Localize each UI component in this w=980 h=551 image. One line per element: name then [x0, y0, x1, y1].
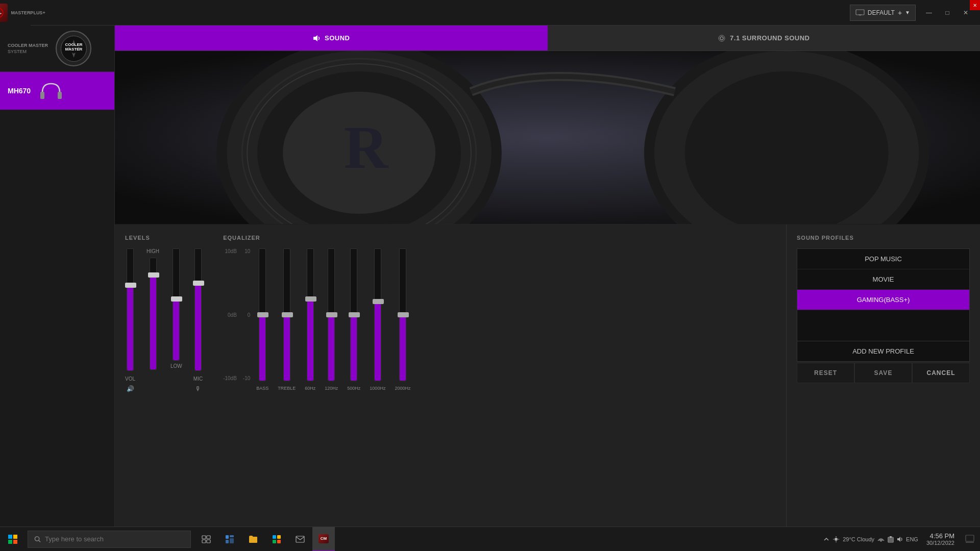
svg-rect-36: [226, 535, 229, 539]
eq-2000hz-fader: 2000Hz: [395, 248, 410, 391]
taskview-icon: [202, 535, 211, 543]
cancel-button[interactable]: CANCEL: [912, 363, 970, 383]
1000hz-track[interactable]: [374, 248, 381, 381]
vol-label: VOL: [125, 376, 135, 382]
svg-rect-33: [207, 536, 210, 539]
treble-track[interactable]: [283, 248, 290, 381]
language-indicator: ENG: [906, 536, 918, 542]
widgets-button[interactable]: [218, 527, 241, 552]
profile-pop-music[interactable]: POP MUSIC: [797, 249, 969, 269]
svg-rect-34: [202, 540, 206, 543]
weather-icon: [832, 536, 840, 543]
search-input[interactable]: [45, 535, 184, 543]
profile-add-icon[interactable]: +: [898, 9, 902, 17]
svg-rect-41: [277, 535, 281, 539]
60hz-track[interactable]: [307, 248, 314, 381]
60hz-label: 60Hz: [305, 386, 315, 391]
svg-rect-40: [273, 535, 276, 539]
weather-temp: 29°C Cloudy: [843, 536, 874, 542]
maximize-button[interactable]: □: [938, 0, 957, 26]
profiles-label: SOUND PROFILES: [797, 235, 970, 241]
eq-bands: BASS TREBLE: [256, 248, 410, 391]
2000hz-track[interactable]: [399, 248, 406, 381]
profile-selector[interactable]: DEFAULT + ▼: [850, 5, 916, 21]
cm-logo-svg: COOLER MASTER: [60, 35, 88, 63]
eq-num-neg10: -10: [243, 375, 250, 381]
taskbar-system-tray: 29°C Cloudy ENG 4:56 PM 30/12/2022: [823, 532, 980, 546]
sound-profiles-section: SOUND PROFILES POP MUSIC MOVIE GAMING(BA…: [786, 224, 980, 551]
levels-panel: LEVELS VOL 🔊 HIGH: [125, 235, 203, 541]
eq-120hz-fader: 120Hz: [325, 248, 338, 391]
folder-icon: [249, 535, 258, 544]
speaker-icon: [897, 536, 903, 543]
svg-text:R: R: [344, 113, 389, 181]
500hz-track[interactable]: [350, 248, 357, 381]
save-button[interactable]: SAVE: [854, 363, 912, 383]
svg-rect-26: [8, 535, 12, 539]
mail-button[interactable]: [289, 527, 311, 552]
dropdown-icon[interactable]: ▼: [905, 10, 910, 15]
sound-icon: [312, 34, 321, 42]
device-image: [37, 78, 65, 104]
mail-icon: [296, 535, 305, 543]
profiles-list: POP MUSIC MOVIE GAMING(BASS+) ADD NEW PR…: [797, 248, 970, 362]
file-explorer-button[interactable]: [242, 527, 264, 552]
show-desktop-icon[interactable]: [965, 535, 975, 544]
low-fader-track[interactable]: [173, 248, 180, 361]
eq-num-0: 0: [243, 312, 250, 318]
hero-image: R: [115, 51, 980, 224]
svg-text:MP+: MP+: [0, 12, 2, 15]
taskbar-pinned-icons: CM: [193, 527, 337, 552]
profile-empty-area: [797, 310, 969, 341]
high-label: HIGH: [146, 248, 159, 254]
tab-surround[interactable]: 7.1 SURROUND SOUND: [548, 26, 981, 51]
mic-fader-track[interactable]: [194, 248, 202, 371]
eq-500hz-fader: 500Hz: [347, 248, 360, 391]
tab-surround-label: 7.1 SURROUND SOUND: [730, 34, 810, 42]
bass-track[interactable]: [259, 248, 266, 381]
vol-icon: 🔊: [127, 385, 134, 392]
eq-label: EQUALIZER: [223, 235, 410, 241]
equalizer-panel: EQUALIZER 10dB 0dB -10dB 10 0 -10: [223, 235, 410, 541]
treble-freq-label: TREBLE: [278, 386, 296, 391]
eq-scale-0: 0dB: [223, 312, 237, 318]
reset-button[interactable]: RESET: [797, 363, 854, 383]
svg-marker-10: [313, 35, 317, 41]
device-item-mh670[interactable]: MH670: [0, 72, 114, 110]
widgets-icon: [225, 535, 234, 544]
monitor-icon: [855, 9, 865, 16]
overlay-close-button[interactable]: ✕: [970, 0, 980, 10]
eq-num-scale: 10 0 -10: [243, 248, 250, 381]
tab-sound[interactable]: SOUND: [115, 26, 548, 51]
masterplus-logo-icon: MP+: [0, 7, 4, 18]
start-button[interactable]: [0, 527, 26, 552]
chevron-up-icon[interactable]: [823, 536, 829, 542]
mic-icon: 🎙: [195, 385, 201, 392]
svg-point-50: [880, 540, 882, 541]
taskbar-search-box[interactable]: [28, 531, 191, 548]
svg-rect-32: [202, 536, 206, 539]
1000hz-label: 1000Hz: [370, 386, 385, 391]
svg-line-31: [39, 540, 40, 542]
title-bar: MP+ MASTERPLUS+ DEFAULT + ▼ — □ ✕ ✕: [0, 0, 980, 26]
svg-point-45: [835, 538, 838, 541]
minimize-button[interactable]: —: [920, 0, 938, 26]
store-button[interactable]: [265, 527, 288, 552]
high-fader-track[interactable]: [150, 258, 157, 370]
120hz-track[interactable]: [328, 248, 335, 381]
vol-fader-group: VOL 🔊: [125, 248, 135, 392]
coolermaster-taskbar-button[interactable]: CM: [312, 527, 335, 552]
svg-point-30: [35, 536, 39, 540]
add-new-profile-button[interactable]: ADD NEW PROFILE: [797, 341, 969, 361]
svg-rect-39: [226, 540, 229, 543]
profiles-actions: RESET SAVE CANCEL: [797, 363, 970, 383]
taskview-button[interactable]: [195, 527, 217, 552]
profile-movie[interactable]: MOVIE: [797, 269, 969, 290]
eq-scale-neg10: -10dB: [223, 375, 237, 381]
system-clock[interactable]: 4:56 PM 30/12/2022: [922, 532, 959, 546]
500hz-label: 500Hz: [347, 386, 360, 391]
tab-bar: SOUND 7.1 SURROUND SOUND: [115, 26, 980, 51]
profile-gaming-bass[interactable]: GAMING(BASS+): [797, 290, 969, 310]
vol-fader-track[interactable]: [127, 248, 134, 371]
svg-point-11: [720, 37, 723, 40]
